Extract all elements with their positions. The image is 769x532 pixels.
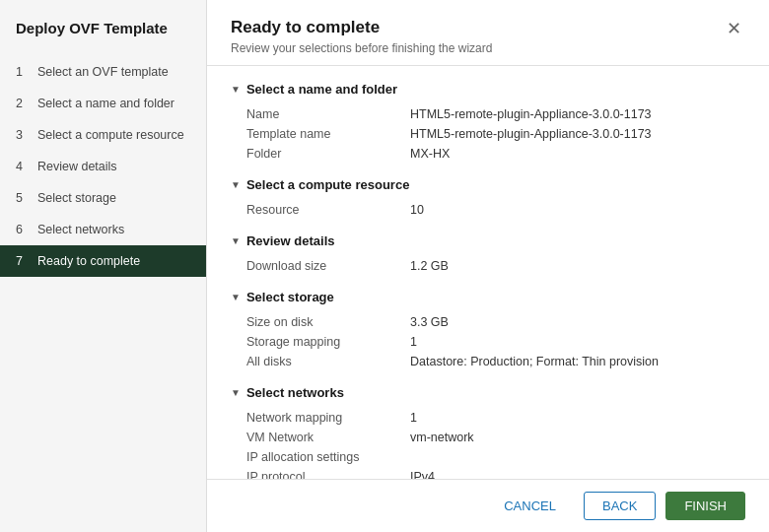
review-details-table: Download size 1.2 GB	[246, 256, 761, 276]
table-row: All disks Datastore: Production; Format:…	[246, 352, 761, 371]
sidebar-item-label-4: Review details	[37, 160, 117, 173]
sidebar-item-5[interactable]: 5 Select storage	[0, 182, 206, 214]
chevron-icon-compute: ▼	[231, 179, 241, 190]
value-ip-allocation-settings	[404, 447, 761, 467]
section-networks: ▼ Select networks Network mapping 1 VM N…	[231, 385, 745, 479]
value-storage-mapping: 1	[404, 332, 761, 352]
step-num-6: 6	[16, 223, 30, 236]
footer: CANCEL BACK FINISH	[207, 479, 769, 532]
label-network-mapping: Network mapping	[246, 408, 404, 428]
page-subtitle: Review your selections before finishing …	[231, 41, 492, 55]
networks-table: Network mapping 1 VM Network vm-network …	[246, 408, 761, 479]
section-review-details: ▼ Review details Download size 1.2 GB	[231, 233, 745, 276]
main-body: ▼ Select a name and folder Name HTML5-re…	[207, 66, 769, 479]
value-network-mapping: 1	[404, 408, 761, 428]
compute-resource-table: Resource 10	[246, 200, 761, 220]
table-row: Download size 1.2 GB	[246, 256, 761, 276]
step-num-7: 7	[16, 254, 30, 268]
section-compute-title: Select a compute resource	[246, 177, 409, 192]
section-networks-header: ▼ Select networks	[231, 385, 745, 400]
value-resource: 10	[404, 200, 761, 220]
chevron-icon-review: ▼	[231, 235, 241, 246]
value-vm-network: vm-network	[404, 428, 761, 447]
section-name-folder-title: Select a name and folder	[246, 82, 397, 97]
cancel-button[interactable]: CANCEL	[486, 493, 574, 519]
header-left: Ready to complete Review your selections…	[231, 18, 492, 55]
label-template-name: Template name	[246, 124, 404, 144]
sidebar-item-3[interactable]: 3 Select a compute resource	[0, 119, 206, 151]
label-ip-protocol: IP protocol	[246, 467, 404, 479]
section-storage-header: ▼ Select storage	[231, 290, 745, 304]
section-name-folder-header: ▼ Select a name and folder	[231, 82, 745, 97]
step-num-2: 2	[16, 97, 30, 110]
label-all-disks: All disks	[246, 352, 404, 371]
section-storage: ▼ Select storage Size on disk 3.3 GB Sto…	[231, 290, 745, 371]
main-panel: Ready to complete Review your selections…	[207, 0, 769, 532]
label-name: Name	[246, 104, 404, 124]
section-review-details-header: ▼ Review details	[231, 233, 745, 248]
main-header: Ready to complete Review your selections…	[207, 0, 769, 66]
table-row: Name HTML5-remote-plugin-Appliance-3.0.0…	[246, 104, 761, 124]
step-num-1: 1	[16, 65, 30, 79]
table-row: Template name HTML5-remote-plugin-Applia…	[246, 124, 761, 144]
sidebar-item-label-5: Select storage	[37, 191, 116, 205]
table-row: VM Network vm-network	[246, 428, 761, 447]
table-row: Folder MX-HX	[246, 144, 761, 164]
table-row: Network mapping 1	[246, 408, 761, 428]
sidebar-item-1[interactable]: 1 Select an OVF template	[0, 56, 206, 88]
table-row: IP allocation settings	[246, 447, 761, 467]
sidebar-item-2[interactable]: 2 Select a name and folder	[0, 88, 206, 119]
value-all-disks: Datastore: Production; Format: Thin prov…	[404, 352, 761, 371]
sidebar-item-label-3: Select a compute resource	[37, 128, 184, 142]
step-num-5: 5	[16, 191, 30, 205]
label-vm-network: VM Network	[246, 428, 404, 447]
section-compute-resource: ▼ Select a compute resource Resource 10	[231, 177, 745, 220]
sidebar-item-label-1: Select an OVF template	[37, 65, 169, 79]
step-num-4: 4	[16, 160, 30, 173]
value-size-on-disk: 3.3 GB	[404, 312, 761, 332]
value-ip-protocol: IPv4	[404, 467, 761, 479]
sidebar-title: Deploy OVF Template	[0, 20, 206, 56]
table-row: IP protocol IPv4	[246, 467, 761, 479]
label-download-size: Download size	[246, 256, 404, 276]
chevron-icon-storage: ▼	[231, 292, 241, 302]
finish-button[interactable]: FINISH	[665, 492, 745, 520]
label-resource: Resource	[246, 200, 404, 220]
storage-table: Size on disk 3.3 GB Storage mapping 1 Al…	[246, 312, 761, 371]
sidebar-item-label-7: Ready to complete	[37, 254, 140, 268]
section-networks-title: Select networks	[246, 385, 344, 400]
step-num-3: 3	[16, 128, 30, 142]
table-row: Resource 10	[246, 200, 761, 220]
sidebar-item-4[interactable]: 4 Review details	[0, 151, 206, 182]
label-size-on-disk: Size on disk	[246, 312, 404, 332]
table-row: Storage mapping 1	[246, 332, 761, 352]
name-folder-table: Name HTML5-remote-plugin-Appliance-3.0.0…	[246, 104, 761, 164]
section-compute-resource-header: ▼ Select a compute resource	[231, 177, 745, 192]
table-row: Size on disk 3.3 GB	[246, 312, 761, 332]
page-title: Ready to complete	[231, 18, 492, 37]
section-review-title: Review details	[246, 233, 335, 248]
label-ip-allocation-settings: IP allocation settings	[246, 447, 404, 467]
close-button[interactable]: ✕	[723, 18, 745, 39]
value-name: HTML5-remote-plugin-Appliance-3.0.0-1173	[404, 104, 761, 124]
label-storage-mapping: Storage mapping	[246, 332, 404, 352]
section-storage-title: Select storage	[246, 290, 334, 304]
back-button[interactable]: BACK	[584, 492, 656, 520]
sidebar: Deploy OVF Template 1 Select an OVF temp…	[0, 0, 207, 532]
label-folder: Folder	[246, 144, 404, 164]
sidebar-item-7[interactable]: 7 Ready to complete	[0, 245, 206, 277]
sidebar-item-label-6: Select networks	[37, 223, 124, 236]
chevron-icon-name-folder: ▼	[231, 84, 241, 95]
sidebar-item-6[interactable]: 6 Select networks	[0, 214, 206, 245]
section-name-folder: ▼ Select a name and folder Name HTML5-re…	[231, 82, 745, 164]
value-download-size: 1.2 GB	[404, 256, 761, 276]
value-template-name: HTML5-remote-plugin-Appliance-3.0.0-1173	[404, 124, 761, 144]
chevron-icon-networks: ▼	[231, 387, 241, 398]
value-folder: MX-HX	[404, 144, 761, 164]
sidebar-item-label-2: Select a name and folder	[37, 97, 175, 110]
deploy-ovf-dialog: Deploy OVF Template 1 Select an OVF temp…	[0, 0, 769, 532]
